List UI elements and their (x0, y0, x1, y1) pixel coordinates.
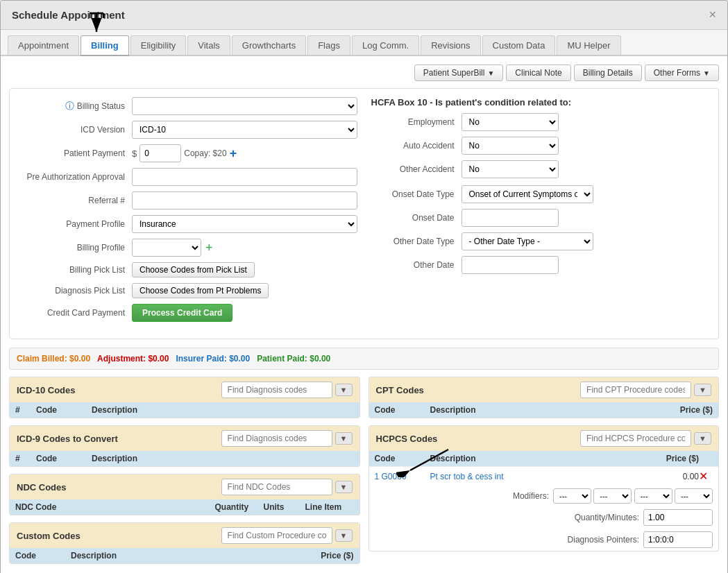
icd-version-row: ICD Version ICD-10 (21, 121, 357, 139)
patient-payment-input[interactable] (139, 144, 181, 162)
payment-profile-label: Payment Profile (21, 219, 132, 229)
custom-table-header: Code Description Price ($) (10, 548, 359, 563)
patient-payment-label: Patient Payment (21, 148, 132, 158)
icd10-search-button[interactable]: ▼ (335, 384, 353, 396)
hcpcs-desc: Pt scr tob & cess int (430, 472, 637, 481)
referral-input[interactable] (132, 191, 357, 209)
tab-appointment[interactable]: Appointment (8, 35, 79, 55)
tab-billing-label: Billing (91, 40, 119, 51)
cpt-search-box: ▼ (580, 382, 711, 398)
diagnosis-pick-list-label: Diagnosis Pick List (21, 286, 132, 296)
pre-auth-row: Pre Authorization Approval (21, 168, 357, 186)
right-form: HCFA Box 10 - Is patient's condition rel… (371, 97, 708, 327)
modifiers-label: Modifiers: (513, 491, 549, 501)
modifier-select-4[interactable]: --- (675, 488, 713, 504)
other-date-type-select[interactable]: - Other Date Type - (462, 232, 593, 250)
ndc-search-button[interactable]: ▼ (335, 481, 353, 493)
diagnosis-pick-list-row: Diagnosis Pick List Choose Codes from Pt… (21, 283, 357, 298)
cpt-search-input[interactable] (580, 382, 691, 398)
icd9-search-input[interactable] (221, 430, 332, 447)
payment-profile-row: Payment Profile Insurance (21, 215, 357, 233)
billing-profile-label: Billing Profile (21, 243, 132, 253)
modifier-select-1[interactable]: --- (553, 488, 591, 504)
other-forms-button[interactable]: Other Forms ▼ (645, 65, 719, 81)
adjustment-item: Adjustment: $0.00 (97, 354, 169, 364)
add-payment-button[interactable]: + (230, 146, 237, 161)
cpt-section: CPT Codes ▼ Code Description Price ($) (369, 377, 720, 418)
modifier-select-2[interactable]: --- (593, 488, 632, 504)
ndc-title: NDC Codes (17, 482, 67, 493)
clinical-note-button[interactable]: Clinical Note (506, 65, 570, 81)
tab-revisions[interactable]: Revisions (421, 35, 480, 55)
other-date-label: Other Date (371, 260, 462, 270)
icd10-title: ICD-10 Codes (17, 385, 76, 395)
custom-search-button[interactable]: ▼ (335, 529, 353, 542)
arrow-annotation (90, 10, 124, 37)
insurer-paid-item: Insurer Paid: $0.00 (176, 354, 250, 364)
tab-billing[interactable]: Billing (81, 35, 129, 56)
billing-details-button[interactable]: Billing Details (574, 65, 642, 81)
other-forms-dropdown-icon: ▼ (703, 69, 710, 77)
billing-pick-list-button[interactable]: Choose Codes from Pick List (132, 262, 255, 277)
billing-status-select[interactable] (132, 97, 357, 115)
payment-profile-select[interactable]: Insurance (132, 215, 357, 233)
patient-superbill-button[interactable]: Patient SuperBill ▼ (414, 65, 504, 81)
icd10-search-input[interactable] (221, 382, 332, 398)
icd9-section: ICD-9 Codes to Convert ▼ # Code Descript… (9, 425, 360, 467)
other-date-input[interactable] (462, 256, 559, 274)
icd-version-select[interactable]: ICD-10 (132, 121, 357, 139)
codes-left: ICD-10 Codes ▼ # Code Description (9, 377, 360, 571)
icd-version-label: ICD Version (21, 125, 132, 135)
diagnosis-pick-list-button[interactable]: Choose Codes from Pt Problems (132, 283, 269, 298)
pre-auth-input[interactable] (132, 168, 357, 186)
auto-accident-row: Auto Accident No (371, 137, 708, 155)
tab-log-comm[interactable]: Log Comm. (352, 35, 419, 55)
billing-profile-select[interactable] (132, 239, 201, 257)
add-billing-profile-button[interactable]: + (205, 241, 213, 255)
icd9-search-button[interactable]: ▼ (335, 432, 353, 445)
tab-eligibility[interactable]: Eligibility (130, 35, 187, 55)
onset-date-input[interactable] (462, 209, 559, 227)
icd9-table-header: # Code Description (10, 451, 359, 466)
patient-paid-item: Patient Paid: $0.00 (257, 354, 330, 364)
tab-custom-data[interactable]: Custom Data (482, 35, 556, 55)
modifiers-row: Modifiers: --- --- --- (369, 486, 719, 506)
modifier-select-3[interactable]: --- (634, 488, 672, 504)
onset-date-label: Onset Date (371, 213, 462, 223)
help-icon[interactable]: ⓘ (65, 101, 74, 111)
diagnosis-pointers-input[interactable] (643, 531, 713, 548)
auto-accident-label: Auto Accident (371, 141, 462, 151)
tab-mu-helper[interactable]: MU Helper (557, 35, 620, 55)
icd10-dropdown-icon: ▼ (340, 386, 348, 394)
billing-profile-row: Billing Profile + (21, 239, 357, 257)
process-credit-card-button[interactable]: Process Credit Card (132, 304, 232, 322)
auto-accident-select[interactable]: No (462, 137, 559, 155)
other-accident-select[interactable]: No (462, 160, 559, 178)
codes-area: ICD-10 Codes ▼ # Code Description (9, 377, 719, 571)
ndc-table-header: NDC Code Quantity Units Line Item (10, 499, 359, 515)
hcpcs-delete-button[interactable]: ✕ (699, 470, 708, 483)
onset-date-type-row: Onset Date Type Onset of Current Symptom… (371, 185, 708, 203)
custom-dropdown-icon: ▼ (340, 531, 348, 540)
tab-growthcharts[interactable]: Growthcharts (232, 35, 306, 55)
tab-flags[interactable]: Flags (307, 35, 350, 55)
hcpcs-search-input[interactable] (580, 430, 691, 447)
left-form: ⓘ Billing Status ICD Version ICD-10 Pati… (21, 97, 357, 327)
custom-search-input[interactable] (221, 527, 332, 544)
codes-right: CPT Codes ▼ Code Description Price ($) (369, 377, 720, 571)
tab-bar: Appointment Billing Eligibility Vitals G… (1, 30, 727, 56)
ndc-search-input[interactable] (221, 479, 332, 495)
cpt-search-button[interactable]: ▼ (694, 384, 711, 396)
other-date-row: Other Date (371, 256, 708, 274)
icd9-dropdown-icon: ▼ (340, 434, 348, 443)
employment-select[interactable]: No (462, 113, 559, 131)
close-button[interactable]: × (709, 8, 716, 22)
quantity-input[interactable] (643, 509, 713, 526)
tab-vitals[interactable]: Vitals (187, 35, 230, 55)
ndc-header: NDC Codes ▼ (10, 474, 359, 499)
onset-date-type-select[interactable]: Onset of Current Symptoms o (462, 185, 593, 203)
onset-date-type-label: Onset Date Type (371, 189, 462, 199)
hcpcs-search-button[interactable]: ▼ (694, 432, 711, 445)
credit-card-row: Credit Card Payment Process Credit Card (21, 304, 357, 322)
icd9-header: ICD-9 Codes to Convert ▼ (10, 426, 359, 451)
